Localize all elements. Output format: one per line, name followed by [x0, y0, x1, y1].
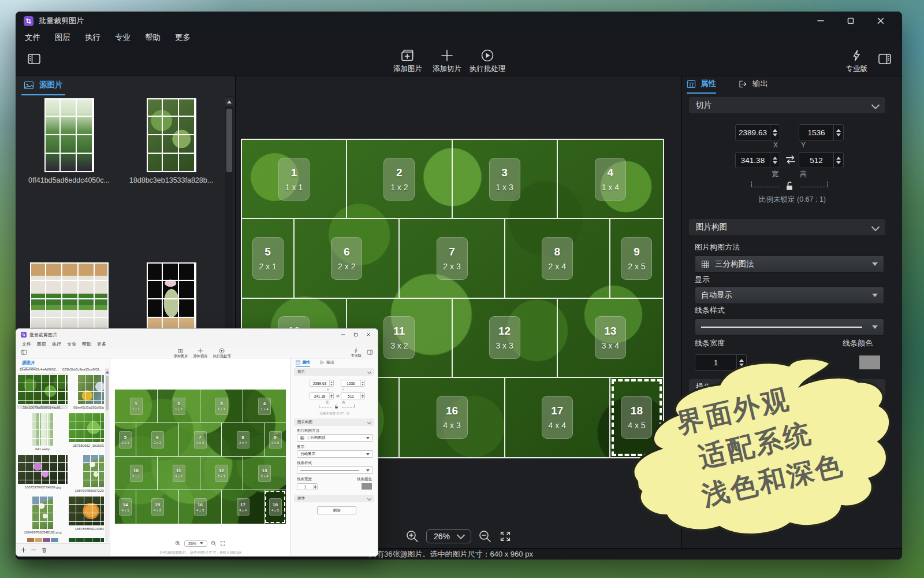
zoom-out-button[interactable] — [478, 529, 492, 543]
slice-tile-11[interactable]: 113 x 2 — [158, 457, 200, 490]
slice-tile-6[interactable]: 62 x 2 — [136, 423, 179, 457]
add-source-button[interactable] — [21, 547, 26, 553]
slice-tile-18[interactable]: 184 x 5 — [264, 490, 286, 524]
section-composition-header[interactable]: 图片构图 — [294, 418, 374, 426]
menu-item-file[interactable]: 文件 — [25, 32, 40, 43]
line-style-select[interactable] — [695, 318, 884, 336]
slice-tile-16[interactable]: 164 x 3 — [179, 490, 222, 524]
slice-tile-2[interactable]: 21 x 2 — [158, 390, 200, 423]
slice-tile-7[interactable]: 72 x 3 — [400, 219, 505, 298]
scroll-up-button[interactable] — [105, 369, 109, 375]
scrollbar-thumb[interactable] — [106, 376, 109, 410]
swap-dimensions-button[interactable] — [336, 394, 340, 398]
slice-tile-1[interactable]: 11 x 1 — [242, 140, 347, 219]
line-color-swatch[interactable] — [859, 355, 880, 369]
tab-output[interactable]: 输出 — [320, 360, 334, 365]
thumbnail-item[interactable]: 1684997860348192.png — [17, 495, 68, 534]
zoom-in-button[interactable] — [405, 529, 419, 543]
add-slice-button[interactable]: 添加切片 — [433, 49, 461, 74]
spinner-arrows[interactable] — [770, 153, 780, 168]
zoom-out-button[interactable] — [211, 540, 217, 546]
spinner-arrows[interactable] — [770, 125, 780, 140]
sidebar-toggle-button[interactable] — [27, 53, 41, 65]
close-button[interactable] — [872, 14, 889, 27]
scrollbar-thumb[interactable] — [226, 109, 232, 172]
zoom-level-select[interactable]: 26% — [426, 529, 471, 543]
y-input[interactable]: 1536 — [799, 124, 844, 140]
slice-tile-15[interactable]: 154 x 2 — [136, 490, 179, 524]
thumbnail-item[interactable]: 35e20678a8588014acf8... — [17, 373, 68, 409]
menu-item-layer[interactable]: 图层 — [55, 32, 70, 43]
menu-item-help[interactable]: 帮助 — [82, 341, 91, 347]
delete-source-button[interactable] — [42, 547, 47, 553]
slice-tile-12[interactable]: 123 x 3 — [200, 457, 243, 490]
slice-tile-2[interactable]: 21 x 2 — [347, 140, 452, 219]
slice-tile-17[interactable]: 174 x 4 — [222, 490, 264, 524]
section-slice-header[interactable]: 切片 — [689, 97, 885, 113]
spinner-arrows[interactable] — [736, 355, 746, 370]
composition-method-select[interactable]: 三分构图法 — [297, 434, 373, 442]
run-batch-button[interactable]: 执行批处理 — [213, 348, 232, 359]
section-composition-header[interactable]: 图片构图 — [689, 219, 885, 235]
tab-properties[interactable]: 属性 — [687, 79, 716, 94]
slice-tile-13[interactable]: 133 x 4 — [243, 457, 286, 490]
composition-method-select[interactable]: 三分构图法 — [695, 255, 884, 273]
slice-tile-4[interactable]: 41 x 4 — [243, 390, 286, 423]
thumbnail-item[interactable]: 641.webp — [17, 412, 68, 451]
height-input[interactable]: 512 — [341, 392, 365, 399]
slice-tile-13[interactable]: 133 x 4 — [558, 299, 663, 378]
thumbnail-item[interactable]: 1684997860072296.png — [68, 453, 104, 492]
close-button[interactable] — [366, 332, 371, 337]
thumbnail-item[interactable]: 1667537993734289.jpg — [17, 453, 68, 492]
line-width-input[interactable]: 1 — [695, 354, 747, 370]
zoom-in-button[interactable] — [175, 540, 181, 546]
add-slice-button[interactable]: 添加切片 — [193, 348, 208, 359]
menu-item-pro[interactable]: 专业 — [115, 32, 131, 43]
line-width-input[interactable]: 1 — [297, 483, 318, 490]
slice-tile-7[interactable]: 72 x 3 — [179, 423, 222, 457]
slice-tile-1[interactable]: 11 x 1 — [115, 390, 158, 423]
pro-version-badge[interactable]: 专业版 — [351, 348, 362, 358]
tab-source-images[interactable]: 源图片 — [21, 360, 36, 368]
slice-tile-16[interactable]: 164 x 3 — [400, 378, 505, 457]
fit-view-button[interactable] — [220, 540, 226, 546]
section-actions-header[interactable]: 操作 — [689, 379, 885, 395]
sidebar-toggle-button[interactable] — [21, 350, 27, 355]
menu-item-more[interactable]: 更多 — [175, 32, 191, 43]
display-select[interactable]: 自动显示 — [297, 450, 373, 458]
slice-tile-8[interactable]: 82 x 4 — [222, 423, 264, 457]
slice-tile-14[interactable]: 144 x 1 — [115, 490, 136, 524]
zoom-level-select[interactable]: 26% — [184, 540, 207, 547]
width-input[interactable]: 341.38 — [310, 392, 334, 399]
menu-item-more[interactable]: 更多 — [97, 341, 106, 347]
thumbnail-item[interactable]: 257580652_1616032276... — [68, 412, 104, 451]
thumbnail-item[interactable] — [17, 536, 68, 542]
slice-tile-5[interactable]: 52 x 1 — [242, 219, 295, 298]
menu-item-layer[interactable]: 图层 — [37, 341, 46, 347]
add-image-button[interactable]: 添加图片 — [393, 49, 422, 74]
slice-tile-18[interactable]: 184 x 5 — [610, 378, 663, 457]
slice-tile-4[interactable]: 41 x 4 — [558, 140, 663, 219]
run-batch-button[interactable]: 执行批处理 — [470, 49, 506, 74]
panel-toggle-button[interactable] — [367, 350, 373, 355]
menu-item-pro[interactable]: 专业 — [67, 341, 76, 347]
delete-button[interactable]: 删除 — [317, 506, 356, 514]
maximize-button[interactable] — [842, 14, 859, 27]
line-style-select[interactable] — [297, 466, 373, 474]
ratio-unlock-icon[interactable] — [784, 180, 795, 192]
slice-tile-17[interactable]: 174 x 4 — [505, 378, 610, 457]
tab-output[interactable]: 输出 — [739, 79, 768, 89]
display-select[interactable]: 自动显示 — [695, 287, 884, 304]
add-image-button[interactable]: 添加图片 — [173, 348, 188, 359]
thumbnail-item[interactable]: 95eef01f3a292df5dab69... — [68, 373, 104, 409]
slice-tile-9[interactable]: 92 x 5 — [264, 423, 286, 457]
slice-tile-12[interactable]: 123 x 3 — [453, 299, 558, 378]
width-input[interactable]: 341.38 — [735, 152, 780, 168]
x-input[interactable]: 2389.63 — [735, 124, 780, 140]
thumbnail-item[interactable]: 1687858550143807.png — [68, 495, 104, 534]
height-input[interactable]: 512 — [799, 152, 844, 168]
y-input[interactable]: 1536 — [341, 380, 365, 387]
scroll-up-button[interactable] — [225, 98, 233, 106]
pro-version-badge[interactable]: 专业版 — [846, 49, 868, 74]
slice-tile-9[interactable]: 92 x 5 — [610, 219, 663, 298]
